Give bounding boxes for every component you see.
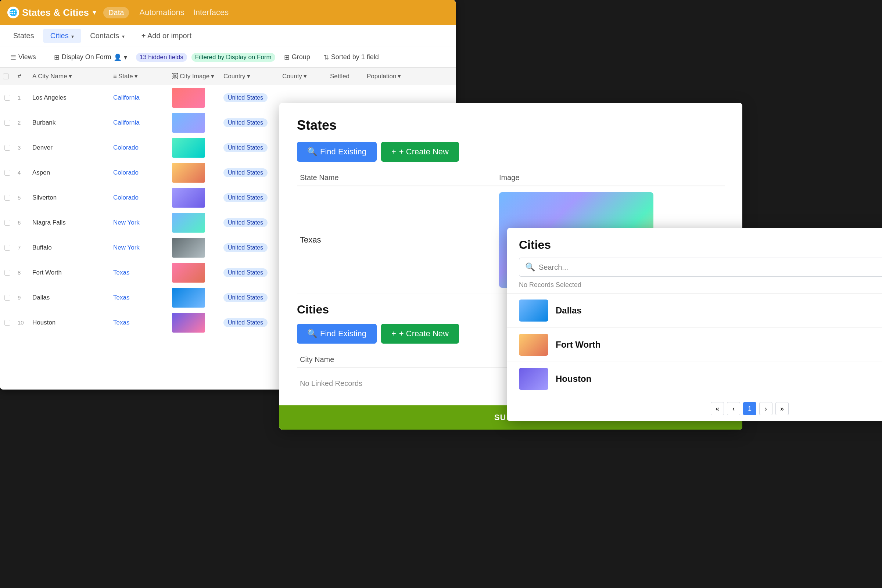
table-header: # A City Name ▾ ≡ State ▾ 🖼 City Image ▾… (0, 68, 456, 85)
th-cityname[interactable]: A City Name ▾ (29, 72, 110, 80)
cities-panel: Cities 🔍 ✕ No Records Selected Dallas ✓ … (507, 228, 882, 421)
city-list-item-dallas: Dallas ✓ Select (507, 293, 882, 327)
cities-find-btn[interactable]: 🔍 Find Existing (297, 324, 376, 344)
interfaces-link[interactable]: Interfaces (193, 8, 229, 17)
dallas-name: Dallas (556, 305, 882, 316)
th-image[interactable]: 🖼 City Image ▾ (169, 72, 220, 80)
states-btn-row: 🔍 Find Existing + + Create New (297, 142, 725, 162)
state-sort-icon: ▾ (135, 72, 138, 80)
fortworth-name: Fort Worth (556, 340, 882, 350)
group-icon: ⊞ (284, 53, 290, 62)
th-actions (695, 174, 725, 182)
pagination: « ‹ 1 › » (507, 396, 882, 421)
app-title: States & Cities (22, 7, 89, 18)
views-icon: ☰ (10, 53, 16, 62)
search-input[interactable] (539, 263, 882, 272)
pagination-last[interactable]: » (776, 402, 789, 415)
tab-cities[interactable]: Cities ▾ (43, 28, 82, 43)
title-dropdown-icon[interactable]: ▾ (93, 9, 96, 16)
globe-icon: 🌐 (8, 7, 19, 18)
header-nav: Automations Interfaces (139, 8, 229, 17)
group-btn[interactable]: ⊞ Group (280, 51, 315, 64)
city-list-item-houston: Houston ✓ Select (507, 362, 882, 396)
th-country[interactable]: Country ▾ (220, 72, 279, 80)
state-icon: ≡ (113, 73, 117, 80)
dallas-thumbnail (519, 300, 548, 322)
pop-sort-icon: ▾ (398, 72, 401, 80)
th-county[interactable]: County ▾ (279, 72, 327, 80)
cities-create-btn[interactable]: + + Create New (381, 324, 459, 344)
county-sort-icon: ▾ (303, 72, 307, 80)
toolbar: ☰ Views ⊞ Display On Form 👤 ▾ 13 hidden … (0, 47, 456, 68)
search-icon: 🔍 (525, 262, 535, 272)
toolbar-divider-1 (45, 52, 45, 63)
filter-badge[interactable]: Filtered by Display on Form (192, 53, 275, 62)
states-form-header: State Name Image (297, 174, 725, 186)
image-icon: 🖼 (172, 73, 178, 80)
app-tabs: States Cities ▾ Contacts ▾ + Add or impo… (0, 25, 456, 47)
add-import-btn[interactable]: + Add or import (136, 29, 196, 42)
tab-cities-arrow: ▾ (71, 33, 74, 39)
table-icon: ⊞ (54, 53, 60, 62)
th-state[interactable]: ≡ State ▾ (110, 72, 169, 80)
th-settled[interactable]: Settled (327, 73, 364, 80)
city-list-item-fortworth: Fort Worth ✓ Select (507, 327, 882, 362)
pagination-current[interactable]: 1 (743, 402, 756, 415)
app-header: 🌐 States & Cities ▾ Data Automations Int… (0, 0, 456, 25)
states-create-btn[interactable]: + + Create New (381, 142, 459, 162)
user-icon: 👤 (114, 53, 122, 62)
search-bar: 🔍 ✕ (519, 258, 882, 277)
data-pill[interactable]: Data (103, 7, 129, 18)
views-btn[interactable]: ☰ Views (6, 51, 40, 64)
th-population[interactable]: Population ▾ (364, 72, 408, 80)
find-search-icon: 🔍 (307, 147, 317, 156)
state-name-cell: Texas (297, 235, 496, 245)
tab-contacts-arrow: ▾ (122, 33, 124, 39)
image-sort-icon: ▾ (211, 72, 214, 80)
fortworth-thumbnail (519, 334, 548, 356)
cities-find-icon: 🔍 (307, 329, 317, 339)
country-sort-icon: ▾ (247, 72, 250, 80)
automations-link[interactable]: Automations (139, 8, 184, 17)
states-panel-title: States (297, 118, 725, 133)
tab-states[interactable]: States (6, 28, 42, 43)
app-logo: 🌐 States & Cities ▾ (8, 7, 96, 18)
houston-thumbnail (519, 368, 548, 390)
text-icon: A (32, 73, 36, 80)
th-state-name: State Name (297, 174, 496, 182)
th-state-image: Image (496, 174, 695, 182)
cities-create-plus-icon: + (392, 329, 396, 339)
sort-btn[interactable]: ⇅ Sorted by 1 field (319, 51, 383, 64)
th-rownum: # (15, 73, 29, 80)
display-dropdown-icon: ▾ (124, 53, 127, 62)
hidden-fields-badge[interactable]: 13 hidden fields (136, 53, 187, 62)
pagination-next[interactable]: › (759, 402, 772, 415)
no-records-label: No Records Selected (519, 280, 882, 293)
pagination-first[interactable]: « (711, 402, 724, 415)
states-create-plus-icon: + (392, 147, 396, 156)
sort-icon: ⇅ (323, 53, 329, 62)
pagination-prev[interactable]: ‹ (727, 402, 740, 415)
cities-panel-header: Cities 🔍 ✕ No Records Selected (507, 228, 882, 293)
th-checkbox (0, 74, 15, 80)
th-city-name: City Name (297, 356, 511, 364)
col-sort-icon: ▾ (69, 72, 72, 80)
display-btn[interactable]: ⊞ Display On Form 👤 ▾ (50, 51, 132, 64)
cities-panel-title: Cities (519, 238, 882, 252)
tab-contacts[interactable]: Contacts ▾ (82, 28, 132, 43)
houston-name: Houston (556, 374, 882, 384)
states-find-btn[interactable]: 🔍 Find Existing (297, 142, 376, 162)
